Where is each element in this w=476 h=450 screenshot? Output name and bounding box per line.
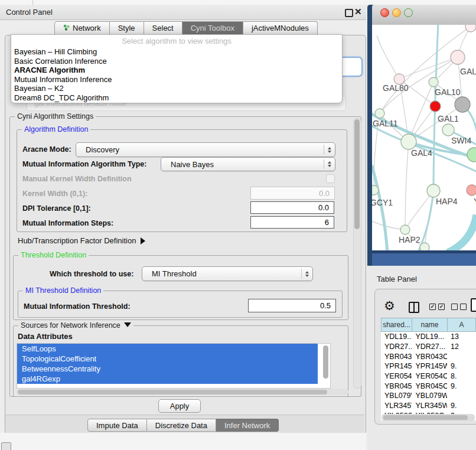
apply-button[interactable]: Apply — [158, 399, 201, 413]
table-cell: YER054C — [381, 372, 412, 380]
sources-group-title: Sources for Network Inference — [18, 321, 133, 330]
aracne-mode-value: Discovery — [76, 145, 324, 154]
sources-hscrollbar-thumb[interactable] — [18, 390, 327, 394]
dropdown-item[interactable]: Bayesian – K2 — [11, 84, 342, 93]
close-traffic-light-icon[interactable] — [380, 8, 389, 17]
tab-network[interactable]: Network — [54, 21, 110, 35]
node-table: shared...nameA YDL19...YDL19...13YDR27..… — [381, 318, 476, 420]
attribute-item-selected[interactable]: gal4RGexp — [17, 374, 318, 384]
network-node-gal11[interactable] — [375, 109, 384, 118]
mi-steps-field[interactable]: 6 — [250, 216, 334, 229]
bottom-tab-impute-data[interactable]: Impute Data — [87, 419, 147, 432]
network-node-gal4[interactable] — [401, 134, 416, 149]
data-attributes-label: Data Attributes — [18, 332, 73, 341]
table-cell: YDL19... — [381, 332, 412, 341]
mi-threshold-field[interactable]: 0.5 — [248, 299, 336, 312]
network-node-y[interactable] — [467, 185, 476, 195]
collapsed-panel-icon[interactable] — [1, 442, 11, 450]
bottom-tab-discretize-data[interactable]: Discretize Data — [147, 419, 216, 432]
gear-icon[interactable]: ⚙ — [384, 299, 395, 313]
deselect-all-columns-icon[interactable] — [451, 304, 467, 310]
table-row[interactable]: YBR045CYBR045C9. — [381, 381, 476, 391]
which-threshold-value: MI Threshold — [142, 269, 301, 278]
dpi-tolerance-field[interactable]: 0.0 — [250, 201, 334, 214]
new-table-icon[interactable] — [471, 298, 476, 312]
mi-threshold-group-title: MI Threshold Definition — [23, 286, 103, 295]
which-threshold-combo[interactable]: MI Threshold — [142, 266, 313, 281]
dropdown-item[interactable]: ARACNE Algorithm — [11, 66, 342, 75]
network-node-hap2[interactable] — [400, 225, 410, 234]
dropdown-item[interactable]: Dream8 DC_TDC Algorithm — [11, 93, 342, 103]
collapse-down-icon[interactable] — [124, 322, 131, 327]
columns-icon[interactable] — [409, 302, 419, 313]
network-node[interactable] — [420, 243, 429, 250]
table-cell: YDR27... — [412, 343, 447, 351]
float-window-icon[interactable] — [345, 9, 353, 17]
manual-kernel-checkbox[interactable] — [326, 174, 335, 183]
table-cell: YPR145W — [381, 362, 412, 370]
mi-type-combo[interactable]: Naive Bayes — [161, 157, 335, 171]
network-node-gal[interactable] — [451, 50, 465, 64]
threshold-definition-title: Threshold Definition — [18, 251, 89, 259]
network-node-swi4[interactable] — [442, 124, 454, 136]
node-label: GAL4 — [411, 148, 432, 158]
zoom-traffic-light-icon[interactable] — [404, 8, 413, 17]
node-label: GAL — [460, 67, 476, 76]
dropdown-item[interactable]: Basic Correlation Inference — [11, 57, 342, 66]
aracne-mode-combo[interactable]: Discovery — [76, 142, 335, 157]
manual-kernel-label: Manual Kernel Width Definition — [22, 175, 132, 183]
attribute-item-selected[interactable]: TopologicalCoefficient — [17, 354, 318, 364]
table-cell: 12 — [447, 343, 476, 351]
table-cell: 8. — [447, 372, 476, 380]
network-canvas[interactable]: GALGAL80GAL10GAL1SWI4GAL11GAL4GCY1HAP4YH… — [372, 25, 476, 250]
node-label: GAL11 — [373, 119, 398, 128]
network-node[interactable] — [467, 148, 476, 162]
node-label: Y — [474, 197, 476, 206]
table-row[interactable]: YER054CYER054C8. — [381, 371, 476, 381]
tab-jactivemnodules[interactable]: jActiveMNodules — [243, 21, 318, 35]
table-cell: 13 — [447, 332, 476, 341]
attributes-scrollbar-thumb[interactable] — [323, 345, 328, 379]
table-row[interactable]: YLR345WYLR345W9. — [381, 401, 476, 411]
network-node[interactable] — [465, 25, 476, 32]
table-hscrollbar-thumb[interactable] — [383, 415, 468, 420]
table-column-header[interactable]: shared... — [381, 318, 412, 332]
table-column-header[interactable]: A — [447, 318, 476, 332]
aracne-mode-label: Aracne Mode: — [22, 145, 71, 154]
table-row[interactable]: YPR145WYPR145W9. — [381, 361, 476, 371]
table-row[interactable]: YDL19...YDL19...13 — [381, 332, 476, 342]
network-node[interactable] — [455, 97, 470, 112]
node-label: HAP4 — [436, 197, 458, 206]
algorithm-dropdown-popup: Select algorithm to view settings Bayesi… — [11, 34, 343, 103]
attribute-item-selected[interactable]: SelfLoops — [17, 344, 318, 354]
network-node-labels: GALGAL80GAL10GAL1SWI4GAL11GAL4GCY1HAP4YH… — [372, 67, 476, 244]
close-panel-icon[interactable]: ✕ — [354, 6, 362, 17]
hub-definition-expander[interactable]: Hub/Transcription Factor Definition — [18, 236, 145, 245]
tab-select[interactable]: Select — [144, 21, 182, 35]
select-all-columns-icon[interactable]: ✓✓ — [429, 304, 445, 310]
expand-right-icon[interactable] — [141, 237, 145, 244]
table-row[interactable]: YDR27...YDR27...12 — [381, 342, 476, 352]
table-row[interactable]: YBR043CYBR043C — [381, 351, 476, 361]
attribute-item-selected[interactable]: BetweennessCentrality — [17, 364, 318, 374]
network-node-gal1[interactable] — [430, 101, 441, 112]
minimize-traffic-light-icon[interactable] — [392, 8, 401, 17]
network-node-gcy1[interactable] — [372, 185, 379, 195]
table-cell: YBL079W — [412, 392, 447, 400]
dropdown-item[interactable]: Bayesian – Hill Climbing — [11, 47, 342, 57]
dropdown-item[interactable]: Mutual Information Inference — [11, 75, 342, 84]
network-node-hap4[interactable] — [427, 184, 440, 197]
tab-label: Network — [73, 24, 101, 32]
node-label: GCY1 — [372, 198, 393, 207]
data-attributes-list[interactable]: SelfLoopsTopologicalCoefficientBetweenne… — [17, 343, 331, 389]
table-column-header[interactable]: name — [412, 318, 447, 332]
tab-style[interactable]: Style — [110, 21, 144, 35]
table-row[interactable]: YBL079WYBL079W — [381, 391, 476, 401]
kernel-width-field[interactable]: 0.0 — [250, 187, 335, 200]
bottom-tab-infer-network[interactable]: Infer Network — [216, 419, 279, 432]
tab-cyni-toolbox[interactable]: Cyni Toolbox — [182, 21, 243, 35]
settings-scrollbar-thumb[interactable] — [354, 119, 360, 229]
node-label: GAL10 — [435, 87, 461, 97]
network-node-gal10[interactable] — [429, 77, 438, 87]
kernel-width-label: Kernel Width (0,1): — [22, 190, 87, 198]
